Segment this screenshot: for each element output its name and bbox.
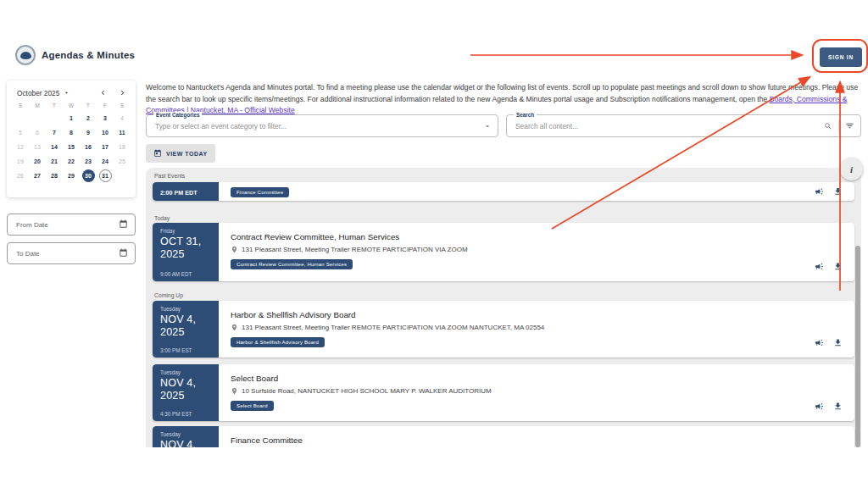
calendar-icon[interactable] — [119, 246, 128, 261]
download-icon[interactable] — [833, 338, 843, 347]
calendar-icon — [153, 149, 162, 158]
calendar-day[interactable]: 3 — [97, 111, 114, 125]
calendar-day[interactable]: 18 — [114, 140, 131, 154]
event-card-finance-partial[interactable]: Tuesday NOV 4, Finance Committee — [153, 426, 854, 447]
calendar-day[interactable]: 26 — [12, 169, 29, 183]
event-weekday: Tuesday — [160, 431, 219, 437]
calendar-day[interactable]: 29 — [63, 169, 80, 183]
download-icon[interactable] — [833, 402, 843, 411]
location-pin-icon — [231, 324, 238, 331]
calendar-day[interactable]: 7 — [46, 125, 63, 140]
to-date-input[interactable] — [14, 249, 119, 258]
event-date-block: Tuesday NOV 4, 2025 4:30 PM EST — [153, 364, 219, 421]
sign-in-button[interactable]: SIGN IN — [820, 47, 862, 67]
calendar-day-headers: SMTWTFS — [7, 101, 136, 111]
event-date-block: Tuesday NOV 4, — [153, 426, 219, 447]
event-date: OCT 31, — [160, 236, 219, 248]
download-icon[interactable] — [833, 262, 843, 271]
calendar-day[interactable]: 11 — [114, 125, 131, 140]
event-category-chip: Select Board — [231, 401, 274, 411]
page-title: Agendas & Minutes — [42, 50, 135, 60]
section-label-today: Today — [154, 215, 170, 221]
event-date: NOV 4, — [160, 439, 219, 447]
campaign-megaphone-icon[interactable] — [815, 187, 824, 197]
calendar-day[interactable]: 28 — [46, 169, 63, 183]
calendar-day[interactable]: 17 — [97, 140, 114, 154]
view-today-button[interactable]: VIEW TODAY — [146, 144, 215, 163]
filter-list-icon[interactable] — [839, 121, 860, 130]
calendar-day[interactable]: 24 — [97, 154, 114, 169]
event-card-past-partial[interactable]: 2:00 PM EDT Finance Committee — [153, 182, 854, 201]
event-year: 2025 — [160, 248, 219, 261]
agendas-minutes-page: Agendas & Minutes SIGN IN October 2025 S… — [0, 0, 868, 488]
event-categories-field[interactable]: Event Categories — [146, 114, 498, 137]
from-date-input[interactable] — [14, 220, 119, 230]
calendar-day[interactable]: 9 — [80, 125, 97, 140]
chevron-down-icon[interactable] — [477, 122, 498, 130]
calendar-month-label[interactable]: October 2025 — [17, 89, 59, 97]
calendar-next-button[interactable] — [118, 88, 127, 97]
search-icon[interactable] — [818, 122, 838, 130]
calendar-day[interactable]: 10 — [97, 125, 114, 140]
list-scrollbar-thumb[interactable] — [855, 246, 860, 447]
search-field[interactable]: Search — [506, 114, 861, 137]
calendar-day[interactable]: 16 — [80, 140, 97, 154]
calendar-prev-button[interactable] — [98, 88, 108, 97]
event-card-harbor[interactable]: Tuesday NOV 4, 2025 3:00 PM EST Harbor &… — [153, 301, 854, 358]
download-icon[interactable] — [833, 187, 843, 197]
campaign-megaphone-icon[interactable] — [815, 262, 824, 271]
from-date-field[interactable] — [7, 214, 136, 236]
event-time: 2:00 PM EDT — [160, 189, 198, 197]
calendar-day[interactable]: 19 — [12, 154, 29, 169]
calendar-day[interactable]: 15 — [63, 140, 80, 154]
event-categories-input[interactable] — [147, 122, 477, 130]
calendar-day[interactable]: 27 — [29, 169, 46, 183]
section-label-coming-up: Coming Up — [154, 292, 183, 298]
calendar-day-header: T — [46, 101, 63, 111]
calendar-grid: 1234567891011121314151617181920212223242… — [7, 111, 136, 183]
event-title: Harbor & Shellfish Advisory Board — [231, 310, 843, 319]
info-icon[interactable]: i — [840, 158, 863, 180]
event-title: Contract Review Committee, Human Service… — [231, 232, 843, 241]
calendar-day[interactable]: 5 — [12, 125, 29, 140]
calendar-day[interactable]: 1 — [63, 111, 80, 125]
event-list: Past Events 2:00 PM EDT Finance Committe… — [146, 168, 861, 447]
calendar-day[interactable]: 14 — [46, 140, 63, 154]
campaign-megaphone-icon[interactable] — [815, 402, 824, 411]
chevron-down-icon[interactable] — [63, 89, 70, 97]
calendar-day-header: W — [63, 101, 80, 111]
calendar-day[interactable]: 8 — [63, 125, 80, 140]
search-input[interactable] — [507, 122, 818, 130]
calendar-day[interactable]: 2 — [80, 111, 97, 125]
event-categories-label: Event Categories — [153, 112, 202, 119]
location-pin-icon — [231, 246, 238, 253]
calendar-day[interactable]: 25 — [114, 154, 131, 169]
event-card-select-board[interactable]: Tuesday NOV 4, 2025 4:30 PM EST Select B… — [153, 364, 854, 421]
calendar-day-header: S — [12, 101, 29, 111]
event-category-chip: Contract Review Committee, Human Service… — [231, 259, 353, 269]
calendar-day[interactable]: 23 — [80, 154, 97, 169]
calendar-day[interactable]: 31 — [97, 169, 114, 183]
calendar-day[interactable]: 13 — [29, 140, 46, 154]
calendar-day[interactable]: 6 — [29, 125, 46, 140]
event-date-block: Tuesday NOV 4, 2025 3:00 PM EST — [153, 301, 219, 358]
calendar-day[interactable]: 4 — [114, 111, 131, 125]
calendar-day-header: T — [80, 101, 97, 111]
event-date: NOV 4, — [160, 313, 219, 326]
calendar-day — [29, 111, 46, 125]
event-card-today[interactable]: Friday OCT 31, 2025 9:00 AM EDT Contract… — [153, 223, 854, 281]
to-date-field[interactable] — [7, 242, 136, 264]
location-pin-icon — [231, 387, 238, 395]
calendar-day[interactable]: 12 — [12, 140, 29, 154]
welcome-paragraph: Welcome to Nantucket's Agenda and Minute… — [146, 82, 861, 117]
calendar-day[interactable]: 30 — [80, 169, 97, 183]
calendar-day[interactable]: 21 — [46, 154, 63, 169]
event-weekday: Tuesday — [160, 369, 219, 375]
calendar-day[interactable]: 22 — [63, 154, 80, 169]
calendar-day[interactable]: 20 — [29, 154, 46, 169]
campaign-megaphone-icon[interactable] — [815, 338, 824, 347]
calendar-day — [12, 111, 29, 125]
view-today-label: VIEW TODAY — [166, 151, 208, 157]
section-label-past-events: Past Events — [154, 173, 185, 179]
calendar-icon[interactable] — [119, 217, 128, 232]
